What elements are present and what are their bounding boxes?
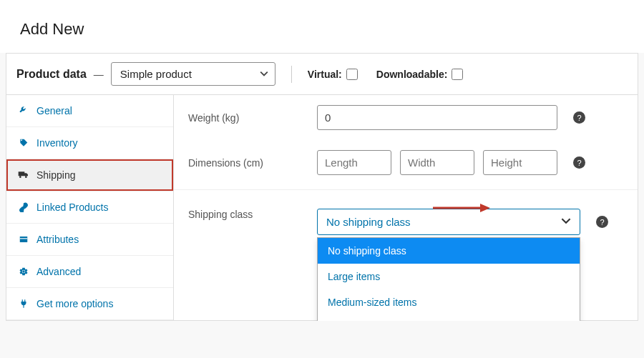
sidebar-item-label: Get more options [36, 298, 113, 309]
svg-rect-0 [20, 237, 28, 242]
sidebar-item-label: Attributes [36, 234, 79, 245]
help-icon[interactable]: ? [573, 156, 585, 169]
svg-rect-1 [20, 238, 28, 239]
shipping-class-option[interactable]: Large items [318, 264, 580, 289]
downloadable-checkbox[interactable] [452, 69, 463, 80]
weight-row: Weight (kg) ? [174, 95, 638, 140]
shipping-class-select[interactable]: No shipping class [317, 209, 580, 235]
checkbox-group: Virtual: Downloadable: [308, 69, 464, 80]
shipping-class-label: Shipping class [188, 209, 317, 220]
sidebar-item-attributes[interactable]: Attributes [6, 224, 173, 256]
shipping-class-option[interactable]: No shipping class [318, 238, 580, 264]
sidebar-item-label: Advanced [36, 266, 81, 277]
virtual-checkbox[interactable] [346, 69, 358, 80]
wrench-icon [18, 106, 29, 116]
chevron-down-icon [561, 216, 571, 228]
sidebar-item-label: General [36, 105, 72, 116]
shipping-class-select-wrap: No shipping class No shipping class Larg… [317, 209, 580, 235]
virtual-checkbox-label[interactable]: Virtual: [308, 69, 358, 80]
truck-icon [18, 170, 29, 180]
shipping-class-option[interactable]: Medium-sized items [318, 289, 580, 315]
page-title: Add New [0, 0, 644, 53]
dash: — [94, 69, 104, 80]
product-type-select-wrap: Simple product [111, 62, 275, 86]
sidebar-item-shipping[interactable]: Shipping [6, 159, 173, 192]
tag-icon [18, 138, 29, 148]
shipping-class-row: Shipping class No shipping class No ship… [174, 194, 638, 245]
dimensions-label: Dimensions (cm) [188, 157, 317, 169]
virtual-label-text: Virtual: [308, 69, 342, 80]
width-input[interactable] [400, 150, 474, 175]
sidebar-item-get-more[interactable]: Get more options [6, 288, 173, 320]
weight-input[interactable] [317, 105, 557, 130]
separator [174, 189, 638, 190]
plug-icon [18, 299, 29, 309]
sidebar-item-linked-products[interactable]: Linked Products [6, 192, 173, 224]
sidebar-item-advanced[interactable]: Advanced [6, 256, 173, 288]
product-data-panel: Product data — Simple product Virtual: D… [6, 53, 638, 321]
product-type-select[interactable]: Simple product [111, 62, 275, 86]
sidebar-item-general[interactable]: General [6, 95, 173, 127]
sidebar-item-label: Linked Products [36, 202, 108, 213]
dimensions-row: Dimensions (cm) ? [174, 140, 638, 185]
weight-label: Weight (kg) [188, 112, 317, 124]
downloadable-checkbox-label[interactable]: Downloadable: [376, 69, 464, 80]
gear-icon [18, 267, 29, 277]
svg-point-2 [22, 270, 25, 273]
help-icon[interactable]: ? [596, 216, 608, 228]
sidebar-item-label: Inventory [36, 137, 78, 149]
shipping-class-selected: No shipping class [326, 216, 411, 228]
panel-header: Product data — Simple product Virtual: D… [6, 54, 638, 95]
height-input[interactable] [483, 150, 557, 175]
length-input[interactable] [317, 150, 391, 175]
help-icon[interactable]: ? [573, 111, 585, 124]
sidebar: General Inventory Shipping Linked Produc… [6, 95, 174, 320]
vertical-divider [291, 66, 292, 83]
card-icon [18, 234, 29, 244]
downloadable-label-text: Downloadable: [376, 69, 448, 80]
panel-body: General Inventory Shipping Linked Produc… [6, 95, 638, 320]
shipping-class-option[interactable]: Small items [318, 315, 580, 321]
sidebar-item-label: Shipping [36, 169, 76, 181]
content-area: Weight (kg) ? Dimensions (cm) ? Shipping… [174, 95, 638, 320]
link-icon [18, 202, 29, 212]
shipping-class-dropdown: No shipping class Large items Medium-siz… [317, 237, 580, 321]
sidebar-item-inventory[interactable]: Inventory [6, 127, 173, 159]
panel-title: Product data [16, 68, 87, 81]
